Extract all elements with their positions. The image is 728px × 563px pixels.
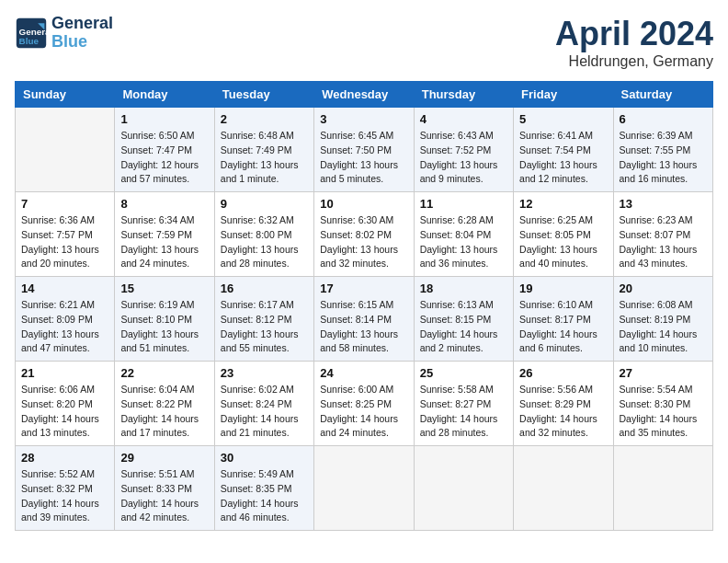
day-number: 5 <box>519 112 607 126</box>
logo: General Blue General Blue <box>15 15 113 52</box>
day-number: 13 <box>620 197 707 211</box>
day-number: 2 <box>221 112 308 126</box>
day-number: 15 <box>120 282 208 295</box>
day-number: 29 <box>120 451 208 465</box>
day-detail: Sunrise: 6:10 AM Sunset: 8:17 PM Dayligh… <box>519 298 607 356</box>
day-detail: Sunrise: 6:36 AM Sunset: 7:57 PM Dayligh… <box>21 213 108 271</box>
calendar-header-row: SundayMondayTuesdayWednesdayThursdayFrid… <box>16 82 713 108</box>
day-detail: Sunrise: 6:04 AM Sunset: 8:22 PM Dayligh… <box>120 383 208 441</box>
day-number: 10 <box>320 197 407 211</box>
calendar-cell: 6Sunrise: 6:39 AM Sunset: 7:55 PM Daylig… <box>613 108 712 192</box>
day-number: 6 <box>620 112 707 126</box>
calendar-cell: 12Sunrise: 6:25 AM Sunset: 8:05 PM Dayli… <box>514 192 613 277</box>
column-header-wednesday: Wednesday <box>314 82 414 108</box>
day-detail: Sunrise: 5:58 AM Sunset: 8:27 PM Dayligh… <box>420 383 507 441</box>
column-header-friday: Friday <box>514 82 613 108</box>
calendar-cell: 14Sunrise: 6:21 AM Sunset: 8:09 PM Dayli… <box>16 277 115 362</box>
calendar-cell: 13Sunrise: 6:23 AM Sunset: 8:07 PM Dayli… <box>613 192 712 277</box>
calendar-cell <box>314 446 414 531</box>
calendar-cell: 11Sunrise: 6:28 AM Sunset: 8:04 PM Dayli… <box>414 192 513 277</box>
calendar-cell: 4Sunrise: 6:43 AM Sunset: 7:52 PM Daylig… <box>414 108 513 192</box>
day-number: 4 <box>420 112 507 126</box>
calendar-cell: 19Sunrise: 6:10 AM Sunset: 8:17 PM Dayli… <box>514 277 613 362</box>
day-detail: Sunrise: 6:08 AM Sunset: 8:19 PM Dayligh… <box>620 298 707 356</box>
calendar-cell: 23Sunrise: 6:02 AM Sunset: 8:24 PM Dayli… <box>214 362 313 446</box>
day-detail: Sunrise: 6:32 AM Sunset: 8:00 PM Dayligh… <box>221 213 308 271</box>
day-number: 24 <box>320 366 407 380</box>
day-number: 27 <box>620 366 707 380</box>
day-detail: Sunrise: 6:34 AM Sunset: 7:59 PM Dayligh… <box>120 213 208 271</box>
day-detail: Sunrise: 6:41 AM Sunset: 7:54 PM Dayligh… <box>519 129 607 187</box>
calendar-cell: 8Sunrise: 6:34 AM Sunset: 7:59 PM Daylig… <box>115 192 214 277</box>
calendar-week-3: 14Sunrise: 6:21 AM Sunset: 8:09 PM Dayli… <box>16 277 713 362</box>
calendar-cell: 30Sunrise: 5:49 AM Sunset: 8:35 PM Dayli… <box>214 446 313 531</box>
calendar-cell: 21Sunrise: 6:06 AM Sunset: 8:20 PM Dayli… <box>16 362 115 446</box>
day-detail: Sunrise: 6:21 AM Sunset: 8:09 PM Dayligh… <box>21 298 108 356</box>
calendar-cell: 22Sunrise: 6:04 AM Sunset: 8:22 PM Dayli… <box>115 362 214 446</box>
day-number: 19 <box>519 282 607 295</box>
calendar-cell: 2Sunrise: 6:48 AM Sunset: 7:49 PM Daylig… <box>214 108 313 192</box>
day-number: 22 <box>120 366 208 380</box>
page-header: General Blue General Blue April 2024 Hel… <box>15 15 713 70</box>
calendar-cell: 17Sunrise: 6:15 AM Sunset: 8:14 PM Dayli… <box>314 277 414 362</box>
day-detail: Sunrise: 6:17 AM Sunset: 8:12 PM Dayligh… <box>221 298 308 356</box>
title-area: April 2024 Heldrungen, Germany <box>555 15 713 70</box>
day-detail: Sunrise: 5:56 AM Sunset: 8:29 PM Dayligh… <box>519 383 607 441</box>
calendar-week-5: 28Sunrise: 5:52 AM Sunset: 8:32 PM Dayli… <box>16 446 713 531</box>
day-number: 16 <box>221 282 308 295</box>
day-detail: Sunrise: 6:00 AM Sunset: 8:25 PM Dayligh… <box>320 383 407 441</box>
day-number: 1 <box>120 112 208 126</box>
day-number: 9 <box>221 197 308 211</box>
day-number: 26 <box>519 366 607 380</box>
day-number: 12 <box>519 197 607 211</box>
day-number: 28 <box>21 451 108 465</box>
day-detail: Sunrise: 6:50 AM Sunset: 7:47 PM Dayligh… <box>120 129 208 187</box>
calendar-cell: 27Sunrise: 5:54 AM Sunset: 8:30 PM Dayli… <box>613 362 712 446</box>
day-detail: Sunrise: 6:43 AM Sunset: 7:52 PM Dayligh… <box>420 129 507 187</box>
calendar-cell: 9Sunrise: 6:32 AM Sunset: 8:00 PM Daylig… <box>214 192 313 277</box>
column-header-monday: Monday <box>115 82 214 108</box>
day-detail: Sunrise: 6:48 AM Sunset: 7:49 PM Dayligh… <box>221 129 308 187</box>
day-number: 18 <box>420 282 507 295</box>
day-detail: Sunrise: 5:52 AM Sunset: 8:32 PM Dayligh… <box>21 467 108 525</box>
day-number: 23 <box>221 366 308 380</box>
calendar-cell: 18Sunrise: 6:13 AM Sunset: 8:15 PM Dayli… <box>414 277 513 362</box>
calendar-cell: 29Sunrise: 5:51 AM Sunset: 8:33 PM Dayli… <box>115 446 214 531</box>
svg-text:Blue: Blue <box>19 35 40 45</box>
calendar-cell: 10Sunrise: 6:30 AM Sunset: 8:02 PM Dayli… <box>314 192 414 277</box>
day-detail: Sunrise: 6:39 AM Sunset: 7:55 PM Dayligh… <box>620 129 707 187</box>
calendar-table: SundayMondayTuesdayWednesdayThursdayFrid… <box>15 81 713 531</box>
column-header-thursday: Thursday <box>414 82 513 108</box>
calendar-cell: 15Sunrise: 6:19 AM Sunset: 8:10 PM Dayli… <box>115 277 214 362</box>
column-header-saturday: Saturday <box>613 82 712 108</box>
calendar-cell <box>613 446 712 531</box>
day-detail: Sunrise: 6:23 AM Sunset: 8:07 PM Dayligh… <box>620 213 707 271</box>
day-number: 17 <box>320 282 407 295</box>
calendar-week-2: 7Sunrise: 6:36 AM Sunset: 7:57 PM Daylig… <box>16 192 713 277</box>
day-number: 3 <box>320 112 407 126</box>
calendar-week-4: 21Sunrise: 6:06 AM Sunset: 8:20 PM Dayli… <box>16 362 713 446</box>
day-detail: Sunrise: 6:13 AM Sunset: 8:15 PM Dayligh… <box>420 298 507 356</box>
calendar-cell: 7Sunrise: 6:36 AM Sunset: 7:57 PM Daylig… <box>16 192 115 277</box>
column-header-sunday: Sunday <box>16 82 115 108</box>
day-detail: Sunrise: 6:30 AM Sunset: 8:02 PM Dayligh… <box>320 213 407 271</box>
calendar-cell <box>16 108 115 192</box>
day-detail: Sunrise: 5:51 AM Sunset: 8:33 PM Dayligh… <box>120 467 208 525</box>
calendar-cell <box>514 446 613 531</box>
calendar-cell: 24Sunrise: 6:00 AM Sunset: 8:25 PM Dayli… <box>314 362 414 446</box>
day-detail: Sunrise: 5:54 AM Sunset: 8:30 PM Dayligh… <box>620 383 707 441</box>
day-detail: Sunrise: 6:02 AM Sunset: 8:24 PM Dayligh… <box>221 383 308 441</box>
day-number: 25 <box>420 366 507 380</box>
calendar-cell: 28Sunrise: 5:52 AM Sunset: 8:32 PM Dayli… <box>16 446 115 531</box>
day-number: 7 <box>21 197 108 211</box>
calendar-cell: 16Sunrise: 6:17 AM Sunset: 8:12 PM Dayli… <box>214 277 313 362</box>
calendar-cell: 5Sunrise: 6:41 AM Sunset: 7:54 PM Daylig… <box>514 108 613 192</box>
day-detail: Sunrise: 6:06 AM Sunset: 8:20 PM Dayligh… <box>21 383 108 441</box>
day-number: 14 <box>21 282 108 295</box>
calendar-cell <box>414 446 513 531</box>
day-detail: Sunrise: 6:28 AM Sunset: 8:04 PM Dayligh… <box>420 213 507 271</box>
calendar-cell: 3Sunrise: 6:45 AM Sunset: 7:50 PM Daylig… <box>314 108 414 192</box>
location: Heldrungen, Germany <box>555 53 713 70</box>
calendar-cell: 20Sunrise: 6:08 AM Sunset: 8:19 PM Dayli… <box>613 277 712 362</box>
logo-text: General Blue <box>51 15 113 52</box>
